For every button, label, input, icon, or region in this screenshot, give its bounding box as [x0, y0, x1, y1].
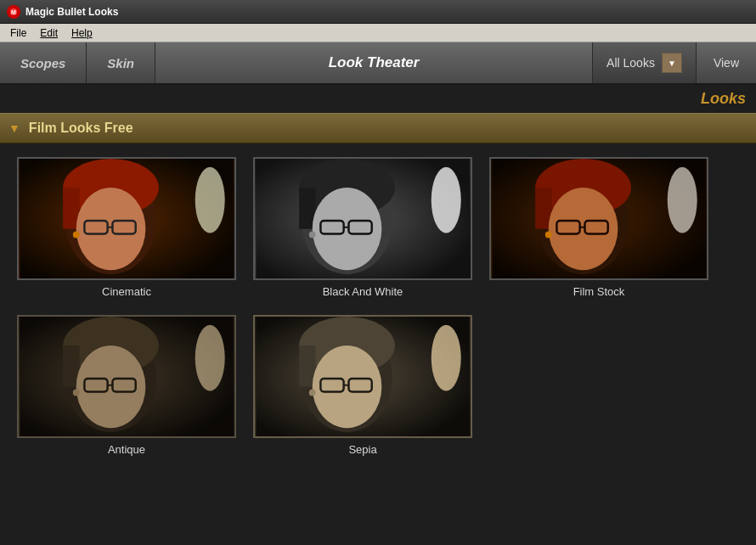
menu-bar: File Edit Help — [0, 24, 756, 42]
main-content: Looks ▼ Film Looks Free — [0, 85, 756, 545]
look-bw-thumb — [253, 157, 472, 280]
look-sepia[interactable]: Sepia — [253, 315, 472, 456]
look-antique-label: Antique — [108, 443, 145, 456]
tab-skin[interactable]: Skin — [87, 42, 155, 83]
menu-help[interactable]: Help — [65, 25, 99, 41]
tab-scopes-label: Scopes — [20, 56, 65, 70]
looks-label: Looks — [701, 90, 746, 108]
svg-point-44 — [73, 390, 80, 396]
look-cinematic[interactable]: Cinematic — [17, 157, 236, 298]
tab-bar: Scopes Skin Look Theater All Looks ▼ Vie… — [0, 42, 756, 85]
menu-edit[interactable]: Edit — [33, 25, 65, 41]
app-title: Magic Bullet Looks — [25, 6, 118, 18]
svg-point-45 — [195, 325, 225, 391]
category-bar[interactable]: ▼ Film Looks Free — [0, 113, 756, 143]
look-bw[interactable]: Black And White — [253, 157, 472, 298]
look-sepia-label: Sepia — [348, 443, 376, 456]
looks-header: Looks — [0, 85, 756, 113]
look-cinematic-label: Cinematic — [102, 285, 151, 298]
tab-look-theater-label: Look Theater — [329, 54, 420, 71]
svg-point-55 — [309, 390, 316, 396]
tab-view[interactable]: View — [697, 42, 756, 83]
category-collapse-icon[interactable]: ▼ — [8, 121, 20, 135]
look-filmstock[interactable]: Film Stock — [489, 157, 708, 298]
svg-point-23 — [432, 167, 461, 233]
app-icon: M — [7, 5, 20, 19]
svg-point-12 — [195, 167, 225, 233]
category-title: Film Looks Free — [29, 121, 133, 136]
look-antique[interactable]: Antique — [17, 315, 236, 456]
look-bw-label: Black And White — [323, 285, 403, 298]
svg-point-11 — [73, 232, 80, 239]
all-looks-text: All Looks — [606, 56, 655, 70]
title-bar: M Magic Bullet Looks — [0, 0, 756, 24]
tab-look-theater[interactable]: Look Theater — [155, 42, 593, 83]
svg-point-33 — [545, 232, 552, 239]
look-sepia-thumb — [253, 315, 472, 438]
svg-point-22 — [309, 232, 316, 239]
look-cinematic-thumb — [17, 157, 236, 280]
look-filmstock-label: Film Stock — [573, 285, 625, 298]
tab-scopes[interactable]: Scopes — [0, 42, 87, 83]
svg-point-34 — [668, 167, 697, 233]
dropdown-arrow-icon[interactable]: ▼ — [662, 53, 682, 73]
svg-text:M: M — [11, 9, 16, 15]
all-looks-area: All Looks ▼ — [593, 42, 697, 83]
thumbnail-row-1: Cinematic — [17, 157, 739, 298]
thumbnails-area: Cinematic — [0, 143, 756, 545]
menu-file[interactable]: File — [3, 25, 33, 41]
look-filmstock-thumb — [489, 157, 708, 280]
look-antique-thumb — [17, 315, 236, 438]
thumbnail-row-2: Antique — [17, 315, 739, 456]
tab-skin-label: Skin — [107, 56, 134, 70]
svg-point-56 — [432, 325, 461, 391]
tab-view-label: View — [714, 56, 739, 70]
